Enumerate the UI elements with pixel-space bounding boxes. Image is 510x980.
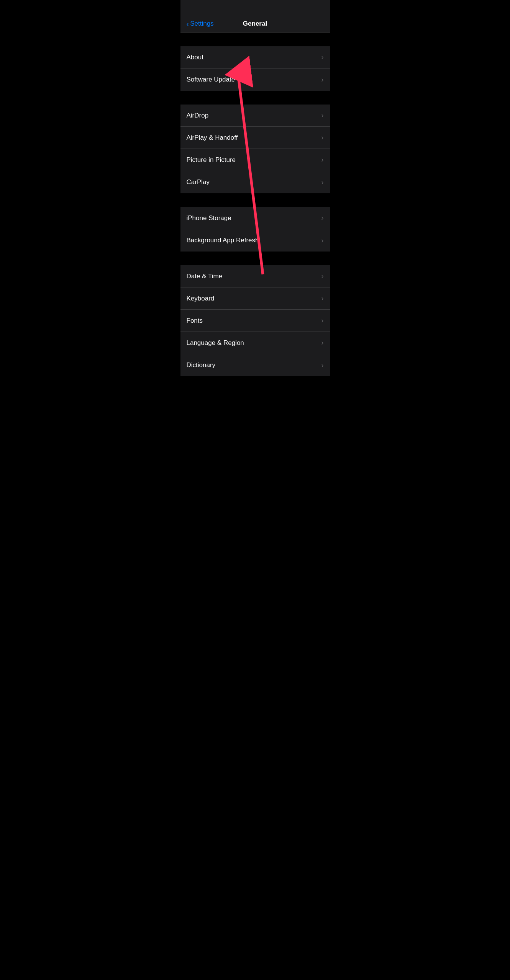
nav-bar: ‹ Settings General	[180, 17, 330, 33]
settings-row-fonts[interactable]: Fonts ›	[180, 310, 330, 332]
section-gap-2	[180, 91, 330, 105]
keyboard-label: Keyboard	[187, 295, 215, 302]
page-container: ‹ Settings General About › Software Upda…	[180, 0, 330, 376]
back-button[interactable]: ‹ Settings	[187, 20, 214, 28]
settings-row-about[interactable]: About ›	[180, 46, 330, 69]
settings-group-about: About › Software Update ›	[180, 46, 330, 91]
back-label: Settings	[190, 20, 213, 28]
back-chevron-icon: ‹	[187, 20, 189, 28]
airdrop-chevron-icon: ›	[321, 111, 324, 119]
software-update-chevron-icon: ›	[321, 76, 324, 84]
settings-row-carplay[interactable]: CarPlay ›	[180, 171, 330, 193]
settings-row-background-app-refresh[interactable]: Background App Refresh ›	[180, 229, 330, 252]
picture-in-picture-chevron-icon: ›	[321, 156, 324, 164]
settings-row-airdrop[interactable]: AirDrop ›	[180, 105, 330, 127]
settings-row-picture-in-picture[interactable]: Picture in Picture ›	[180, 149, 330, 171]
settings-row-dictionary[interactable]: Dictionary ›	[180, 354, 330, 376]
picture-in-picture-label: Picture in Picture	[187, 156, 236, 164]
dictionary-label: Dictionary	[187, 361, 216, 369]
software-update-label: Software Update	[187, 76, 235, 83]
about-chevron-icon: ›	[321, 53, 324, 61]
background-app-refresh-label: Background App Refresh	[187, 237, 259, 244]
settings-row-software-update[interactable]: Software Update ›	[180, 69, 330, 91]
airplay-handoff-label: AirPlay & Handoff	[187, 134, 238, 142]
airdrop-label: AirDrop	[187, 112, 209, 119]
carplay-chevron-icon: ›	[321, 178, 324, 186]
dictionary-chevron-icon: ›	[321, 361, 324, 369]
about-label: About	[187, 54, 203, 61]
section-gap-4	[180, 252, 330, 265]
date-time-label: Date & Time	[187, 273, 223, 280]
iphone-storage-label: iPhone Storage	[187, 214, 231, 222]
fonts-chevron-icon: ›	[321, 317, 324, 325]
fonts-label: Fonts	[187, 317, 203, 325]
keyboard-chevron-icon: ›	[321, 294, 324, 302]
settings-row-language-region[interactable]: Language & Region ›	[180, 332, 330, 354]
page-title: General	[243, 20, 267, 28]
background-app-refresh-chevron-icon: ›	[321, 237, 324, 245]
settings-group-connectivity: AirDrop › AirPlay & Handoff › Picture in…	[180, 105, 330, 193]
carplay-label: CarPlay	[187, 178, 210, 186]
date-time-chevron-icon: ›	[321, 272, 324, 280]
settings-group-storage: iPhone Storage › Background App Refresh …	[180, 207, 330, 252]
airplay-handoff-chevron-icon: ›	[321, 134, 324, 142]
settings-row-keyboard[interactable]: Keyboard ›	[180, 287, 330, 310]
language-region-chevron-icon: ›	[321, 339, 324, 347]
settings-group-system: Date & Time › Keyboard › Fonts › Languag…	[180, 265, 330, 376]
section-gap-1	[180, 33, 330, 46]
settings-row-airplay-handoff[interactable]: AirPlay & Handoff ›	[180, 127, 330, 149]
settings-row-iphone-storage[interactable]: iPhone Storage ›	[180, 207, 330, 229]
status-bar	[180, 0, 330, 17]
settings-row-date-time[interactable]: Date & Time ›	[180, 265, 330, 287]
iphone-storage-chevron-icon: ›	[321, 214, 324, 222]
language-region-label: Language & Region	[187, 339, 244, 347]
section-gap-3	[180, 193, 330, 207]
